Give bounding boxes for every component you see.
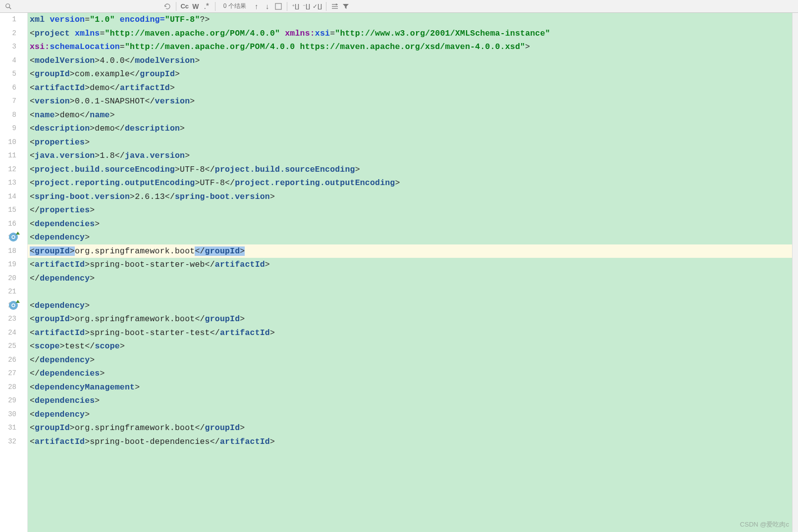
line-number[interactable]: 2 [0, 27, 27, 41]
next-match-icon[interactable]: ↓ [262, 1, 273, 12]
maven-reimport-icon[interactable] [9, 301, 18, 310]
code-line[interactable]: <dependencyManagement> [28, 381, 798, 394]
line-number[interactable]: 31 [0, 421, 27, 435]
line-number[interactable]: 27 [0, 367, 27, 381]
code-line[interactable]: <groupId>com.example</groupId> [28, 67, 798, 81]
line-number[interactable]: 9 [0, 122, 27, 136]
line-number[interactable]: 18 [0, 244, 27, 258]
line-number[interactable]: 32 [0, 435, 27, 449]
code-line[interactable]: <groupId>org.springframework.boot</group… [28, 421, 798, 435]
code-line[interactable]: </dependency> [28, 353, 798, 367]
select-all-icon[interactable] [273, 1, 284, 12]
code-line[interactable]: <artifactId>spring-boot-starter-test</ar… [28, 326, 798, 340]
results-count: 0 个结果 [218, 2, 251, 10]
undo-history-icon[interactable] [162, 1, 173, 12]
line-number[interactable]: 12 [0, 163, 27, 177]
line-number[interactable]: 24 [0, 326, 27, 340]
match-case-icon[interactable]: Cc [179, 1, 190, 12]
filter-icon[interactable] [340, 1, 351, 12]
code-line[interactable]: </dependencies> [28, 367, 798, 381]
code-line[interactable]: <version>0.0.1-SNAPSHOT</version> [28, 95, 798, 108]
line-number[interactable]: 1 [0, 13, 27, 27]
line-number[interactable]: 7 [0, 95, 27, 108]
line-number[interactable]: 29 [0, 394, 27, 408]
code-line[interactable]: <dependencies> [28, 394, 798, 408]
code-line[interactable]: <groupId>org.springframework.boot</group… [28, 312, 798, 326]
svg-rect-6 [336, 3, 337, 5]
search-icon[interactable] [3, 1, 14, 12]
line-number[interactable]: 16 [0, 217, 27, 231]
svg-point-8 [12, 304, 15, 307]
add-selection-icon[interactable]: ⁺∐ [290, 1, 301, 12]
svg-line-1 [9, 7, 11, 9]
maven-reimport-icon[interactable] [9, 233, 18, 242]
check-selection-icon[interactable]: ✓∐ [312, 1, 323, 12]
line-number[interactable]: 13 [0, 176, 27, 190]
line-number[interactable]: 10 [0, 136, 27, 149]
line-number[interactable]: 19 [0, 258, 27, 272]
prev-match-icon[interactable]: ↑ [251, 1, 262, 12]
settings-bars-icon[interactable] [329, 1, 340, 12]
line-number[interactable]: 15 [0, 203, 27, 217]
code-line[interactable]: xsi:schemaLocation="http://maven.apache.… [28, 40, 798, 54]
svg-rect-2 [275, 3, 281, 9]
code-line[interactable]: <name>demo</name> [28, 108, 798, 122]
code-line[interactable]: <description>demo</description> [28, 122, 798, 136]
whole-word-icon[interactable]: W [190, 1, 201, 12]
code-line[interactable]: <groupId>org.springframework.boot</group… [28, 244, 798, 258]
line-number[interactable]: 4 [0, 54, 27, 68]
error-stripe[interactable] [792, 13, 798, 532]
line-number[interactable]: 3 [0, 40, 27, 54]
code-line[interactable]: <properties> [28, 136, 798, 149]
find-toolbar: Cc W .* 0 个结果 ↑ ↓ ⁺∐ ⁻∐ ✓∐ [0, 0, 798, 13]
code-line[interactable]: <project.build.sourceEncoding>UTF-8</pro… [28, 163, 798, 177]
code-line[interactable]: <dependency> [28, 408, 798, 422]
line-number[interactable]: 23 [0, 312, 27, 326]
line-number[interactable]: 6 [0, 81, 27, 95]
regex-icon[interactable]: .* [201, 1, 212, 12]
line-number[interactable]: 14 [0, 190, 27, 204]
remove-selection-icon[interactable]: ⁻∐ [301, 1, 312, 12]
code-line[interactable]: <dependencies> [28, 217, 798, 231]
code-line[interactable]: <project.reporting.outputEncoding>UTF-8<… [28, 176, 798, 190]
line-number[interactable]: 8 [0, 108, 27, 122]
line-number[interactable]: 28 [0, 381, 27, 394]
code-line[interactable]: <artifactId>demo</artifactId> [28, 81, 798, 95]
code-line[interactable]: <artifactId>spring-boot-dependencies</ar… [28, 435, 798, 449]
line-number[interactable]: 20 [0, 272, 27, 286]
svg-point-7 [12, 236, 15, 239]
line-number[interactable]: 30 [0, 408, 27, 422]
code-line[interactable]: <artifactId>spring-boot-starter-web</art… [28, 258, 798, 272]
line-number[interactable]: 25 [0, 339, 27, 353]
code-line[interactable]: </dependency> [28, 272, 798, 286]
code-line[interactable]: <spring-boot.version>2.6.13</spring-boot… [28, 190, 798, 204]
code-line[interactable]: <java.version>1.8</java.version> [28, 149, 798, 163]
code-line[interactable] [28, 285, 798, 299]
code-line[interactable]: <dependency> [28, 299, 798, 313]
code-line[interactable]: <modelVersion>4.0.0</modelVersion> [28, 54, 798, 68]
code-line[interactable]: <project xmlns="http://maven.apache.org/… [28, 27, 798, 41]
line-number[interactable]: 21 [0, 285, 27, 299]
code-line[interactable]: xml version="1.0" encoding="UTF-8"?> [28, 13, 798, 27]
code-line[interactable]: <dependency> [28, 231, 798, 244]
code-line[interactable]: </properties> [28, 203, 798, 217]
editor[interactable]: 1234567891011121314151617181920212223242… [0, 13, 798, 532]
code-line[interactable]: <scope>test</scope> [28, 339, 798, 353]
watermark: CSDN @爱吃肉c [740, 520, 789, 529]
line-number[interactable]: 11 [0, 149, 27, 163]
svg-point-0 [6, 3, 10, 7]
line-number[interactable]: 5 [0, 67, 27, 81]
line-number[interactable]: 26 [0, 353, 27, 367]
